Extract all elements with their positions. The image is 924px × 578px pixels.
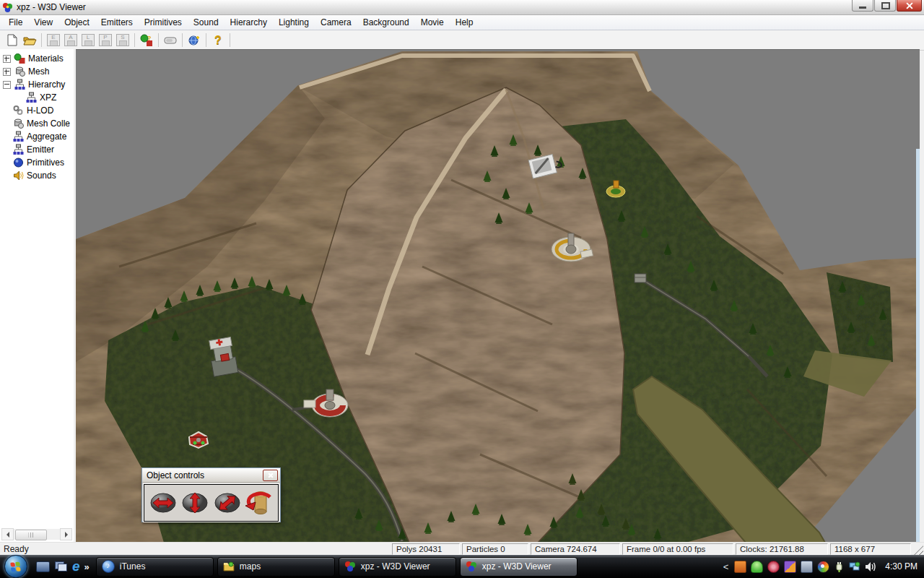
help-button[interactable]: ? [209, 32, 227, 48]
menu-camera[interactable]: Camera [315, 16, 357, 29]
start-button[interactable] [4, 555, 27, 578]
translate-horizontal-button[interactable] [148, 488, 178, 517]
toolbar-separator [230, 33, 230, 47]
object-controls-body [144, 484, 279, 522]
hlod-icon [12, 105, 25, 116]
tree-horizontal-scrollbar[interactable] [1, 529, 72, 540]
translate-vertical-button[interactable] [180, 488, 210, 517]
aggregate-icon [12, 131, 25, 142]
w3d-app-icon [466, 561, 477, 572]
menu-object[interactable]: Object [58, 16, 95, 29]
toolbar: E A L P S ? [0, 30, 924, 51]
object-controls-dialog[interactable]: Object controls [141, 467, 281, 522]
new-document-button[interactable] [4, 32, 21, 48]
tray-chevron-icon[interactable]: < [723, 561, 729, 572]
tree-item-hlod[interactable]: H-LOD [0, 104, 74, 117]
save-aggregate-button[interactable]: A [62, 32, 79, 48]
taskbar-button-label: maps [240, 561, 261, 571]
menu-primitives[interactable]: Primitives [139, 16, 188, 29]
rotate-cylinder-icon [244, 488, 274, 517]
save-emitter-button[interactable]: E [45, 32, 62, 48]
floppy-icon: A [64, 34, 77, 46]
floppy-icon: L [82, 34, 95, 46]
object-controls-titlebar[interactable]: Object controls [142, 468, 280, 483]
tree-item-emitter[interactable]: Emitter [0, 143, 74, 156]
collapse-icon[interactable] [3, 81, 11, 89]
expand-icon[interactable] [3, 68, 11, 76]
menu-emitters[interactable]: Emitters [95, 16, 139, 29]
taskbar-button-label: xpz - W3D Viewer [361, 561, 430, 571]
open-folder-icon [23, 35, 37, 46]
minimize-button[interactable] [852, 0, 873, 12]
taskbar-button-w3d-1[interactable]: xpz - W3D Viewer [339, 557, 456, 577]
windows-logo-icon [10, 561, 21, 571]
menu-file[interactable]: File [3, 16, 28, 29]
menu-sound[interactable]: Sound [188, 16, 225, 29]
scroll-right-button[interactable] [60, 528, 72, 540]
java-icon[interactable] [734, 561, 746, 573]
materials-icon: ? [140, 34, 153, 47]
scrollbar-thumb[interactable] [15, 530, 47, 540]
swirl-icon[interactable] [817, 561, 829, 573]
scroll-right-icon [65, 532, 68, 538]
save-primitive-button[interactable]: P [97, 32, 114, 48]
emitter-icon [12, 144, 25, 155]
dialog-close-button[interactable] [263, 470, 278, 481]
tree-item-primitives[interactable]: Primitives [0, 156, 74, 169]
taskbar-button-maps[interactable]: maps [217, 557, 335, 577]
menu-background[interactable]: Background [357, 16, 415, 29]
scrollbar-track[interactable] [14, 529, 60, 540]
menu-movie[interactable]: Movie [415, 16, 450, 29]
taskbar-clock[interactable]: 4:30 PM [885, 561, 918, 571]
tree-item-label: Sounds [27, 171, 56, 181]
taskbar-button-itunes[interactable]: ♪ iTunes [96, 557, 214, 577]
status-particles: Particles 0 [462, 543, 528, 555]
vertical-arrow-icon [180, 490, 209, 516]
tree-item-xpz[interactable]: XPZ [0, 91, 74, 104]
network-icon[interactable] [849, 561, 860, 572]
translate-diagonal-button[interactable] [212, 488, 243, 517]
materials-button[interactable]: ? [138, 32, 155, 48]
internet-explorer-icon[interactable]: e [72, 560, 80, 573]
tree-item-hierarchy[interactable]: Hierarchy [0, 78, 74, 91]
toolbar-separator [206, 33, 206, 47]
tree-item-label: Hierarchy [28, 79, 65, 90]
save-lod-button[interactable]: L [79, 32, 97, 48]
open-file-button[interactable] [21, 32, 38, 48]
floppy-letter: S [117, 35, 128, 40]
tree-item-sounds[interactable]: Sounds [0, 169, 74, 182]
tree-item-aggregate[interactable]: Aggregate [0, 130, 74, 143]
maximize-button[interactable] [874, 0, 896, 12]
taskbar-button-w3d-2-active[interactable]: xpz - W3D Viewer [460, 557, 578, 577]
winamp-icon[interactable] [784, 561, 796, 573]
user-icon[interactable] [751, 561, 763, 573]
save-sound-button[interactable]: S [114, 32, 131, 48]
expand-icon[interactable] [3, 55, 11, 63]
globe-add-button[interactable] [186, 32, 203, 48]
volume-icon[interactable] [865, 561, 876, 572]
tree-item-mesh-collection[interactable]: Mesh Colle [0, 117, 74, 130]
power-plug-icon[interactable] [834, 561, 845, 572]
slider-button[interactable] [162, 32, 179, 48]
close-button[interactable] [897, 0, 922, 12]
resize-grip[interactable] [914, 545, 923, 555]
menu-lighting[interactable]: Lighting [273, 16, 315, 29]
tree-item-materials[interactable]: Materials [0, 52, 74, 65]
menu-hierarchy[interactable]: Hierarchy [225, 16, 273, 29]
flower-icon[interactable] [767, 561, 780, 573]
menu-view[interactable]: View [28, 16, 58, 29]
menu-help[interactable]: Help [450, 16, 479, 29]
overflow-chevron-icon[interactable]: » [84, 561, 90, 572]
show-desktop-icon[interactable] [36, 561, 50, 572]
3d-viewport[interactable]: Object controls [76, 49, 920, 543]
switch-windows-icon[interactable] [55, 561, 67, 571]
scroll-left-button[interactable] [1, 528, 14, 540]
tree-item-label: Emitter [27, 144, 54, 155]
mesh-icon [12, 118, 25, 129]
pc-icon[interactable] [801, 561, 813, 573]
tree-item-label: Mesh [28, 66, 49, 77]
menubar: File View Object Emitters Primitives Sou… [0, 15, 924, 30]
rotate-object-button[interactable] [244, 488, 274, 517]
w3d-app-icon [2, 2, 13, 13]
tree-item-mesh[interactable]: Mesh [0, 65, 74, 78]
